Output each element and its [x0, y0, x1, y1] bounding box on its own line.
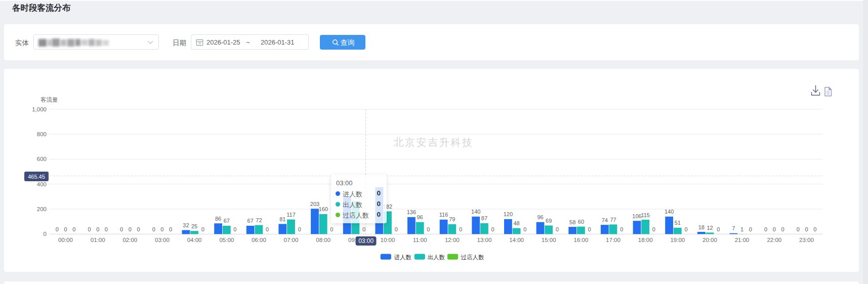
svg-text:进人数: 进人数 — [394, 254, 412, 260]
svg-text:过店人数: 过店人数 — [461, 254, 484, 260]
svg-text:出人数: 出人数 — [428, 254, 445, 260]
